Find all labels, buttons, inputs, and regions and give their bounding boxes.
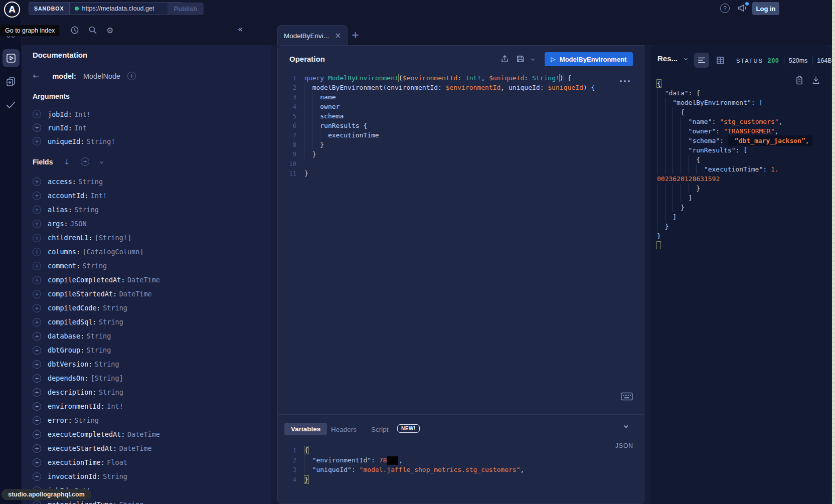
operation-tab[interactable]: ModelByEnvi... × [277, 25, 348, 46]
code-token: 78 [379, 456, 387, 464]
indent-guide [304, 102, 312, 111]
argument-row[interactable]: + jobId: Int! [33, 107, 115, 121]
tab-script[interactable]: Script [371, 426, 389, 433]
argument-row[interactable]: + uniqueId: String! [33, 134, 115, 148]
code-line: { [657, 79, 827, 88]
chevron-down-icon[interactable] [100, 160, 103, 163]
field-row[interactable]: + alias: String [33, 203, 160, 217]
indent-guide [657, 107, 665, 117]
add-field-plus-icon[interactable]: + [33, 472, 41, 481]
publish-button[interactable]: Publish [168, 3, 204, 15]
add-field-plus-icon[interactable]: + [33, 360, 41, 369]
add-field-plus-icon[interactable]: + [33, 206, 41, 214]
collapse-panel-button[interactable]: « [238, 24, 243, 34]
field-row[interactable]: + description: String [33, 385, 160, 399]
field-row[interactable]: + dbtVersion: String [33, 357, 160, 371]
field-row[interactable]: + comment: String [33, 259, 160, 273]
checklist-nav-button[interactable] [6, 100, 16, 110]
tab-headers[interactable]: Headers [331, 426, 357, 433]
collapse-variables-button[interactable] [625, 426, 627, 428]
schema-nav-button[interactable] [6, 76, 17, 87]
field-row[interactable]: + args: JSON [33, 217, 160, 231]
search-button[interactable] [88, 26, 97, 35]
add-field-plus-icon[interactable]: + [33, 402, 41, 411]
add-field-plus-icon[interactable]: + [33, 178, 41, 186]
variables-editor[interactable]: 1{2"environmentId": 78,3"uniqueId": "mod… [281, 445, 617, 484]
tab-variables[interactable]: Variables [284, 423, 327, 435]
add-field-plus-icon[interactable]: + [33, 444, 41, 453]
add-field-plus-icon[interactable]: + [33, 234, 41, 242]
help-button[interactable]: ? [720, 4, 730, 13]
field-row[interactable]: + compiledCode: String [33, 301, 160, 315]
add-argument-plus-icon[interactable]: + [33, 110, 41, 118]
share-button[interactable] [500, 55, 509, 63]
gear-icon: ⚙ [106, 26, 113, 35]
field-row[interactable]: + accountId: Int! [33, 189, 160, 203]
argument-row[interactable]: + runId: Int [33, 121, 115, 134]
back-button[interactable]: ← [33, 71, 39, 81]
add-field-plus-icon[interactable]: + [33, 430, 41, 439]
add-field-plus-icon[interactable]: + [33, 346, 41, 355]
field-row[interactable]: + compileStartedAt: DateTime [33, 287, 160, 301]
response-json-viewer[interactable]: {"data": {"modelByEnvironment": [{"name"… [657, 79, 827, 250]
operations-nav-button[interactable] [3, 49, 20, 67]
add-argument-plus-icon[interactable]: + [33, 137, 41, 145]
editor-overflow-menu[interactable] [620, 80, 630, 82]
field-row[interactable]: + error: String [33, 413, 160, 427]
model-type-link[interactable]: ModelNode [83, 72, 120, 80]
add-field-plus-icon[interactable]: + [33, 500, 41, 504]
page-scrollbar[interactable] [832, 0, 835, 504]
add-field-plus-icon[interactable]: + [127, 72, 136, 80]
apollo-sandbox-app: A SANDBOX https://metadata.cloud.get ⚙ P… [0, 0, 835, 504]
code-line: } [657, 203, 827, 212]
operation-editor[interactable]: 1query ModelByEnvironment($environmentId… [281, 73, 617, 178]
add-field-plus-icon[interactable]: + [33, 388, 41, 397]
add-field-plus-icon[interactable]: + [33, 332, 41, 341]
endpoint-url-field[interactable]: https://metadata.cloud.get [70, 3, 170, 15]
login-button[interactable]: Log in [752, 2, 779, 15]
field-row[interactable]: + database: String [33, 329, 160, 343]
field-row[interactable]: + environmentId: Int! [33, 399, 160, 413]
apollo-logo[interactable]: A [4, 2, 20, 18]
add-field-plus-icon[interactable]: + [33, 262, 41, 270]
add-field-plus-icon[interactable]: + [33, 276, 41, 284]
add-argument-plus-icon[interactable]: + [33, 123, 41, 132]
close-tab-button[interactable]: × [335, 31, 341, 40]
field-row[interactable]: + columns: [CatalogColumn] [33, 245, 160, 259]
field-row[interactable]: + dependsOn: [String] [33, 371, 160, 385]
add-field-plus-icon[interactable]: + [33, 304, 41, 312]
field-row[interactable]: + executeStartedAt: DateTime [33, 441, 160, 455]
field-row[interactable]: + access: String [33, 175, 160, 189]
add-field-plus-icon[interactable]: + [33, 220, 41, 228]
announcements-button[interactable] [737, 3, 748, 14]
add-field-plus-icon[interactable]: + [33, 458, 41, 467]
sort-fields-button[interactable]: ↓ [64, 158, 70, 166]
run-operation-button[interactable]: ▷ ModelByEnvironment [545, 52, 633, 66]
field-row[interactable]: + compiledSql: String [33, 315, 160, 329]
response-table-view-button[interactable] [716, 56, 725, 65]
add-field-plus-icon[interactable]: + [33, 248, 41, 256]
code-token [387, 456, 398, 465]
add-field-plus-icon[interactable]: + [33, 318, 41, 326]
add-field-plus-icon[interactable]: + [33, 290, 41, 298]
field-row[interactable]: + executionTime: Float [33, 455, 160, 469]
new-tab-button[interactable]: + [351, 29, 360, 41]
field-row[interactable]: + invocationId: String [33, 469, 160, 483]
add-all-fields-button[interactable]: + [81, 157, 89, 166]
settings-button[interactable]: ⚙ [106, 26, 113, 35]
field-row[interactable]: + dbtGroup: String [33, 343, 160, 357]
save-button[interactable] [516, 55, 525, 63]
save-options-chevron[interactable] [531, 57, 535, 61]
code-line: 0023620128631592 [657, 174, 827, 184]
indent-guide [657, 203, 665, 212]
response-raw-view-button[interactable] [694, 53, 709, 68]
keyboard-shortcuts-button[interactable] [621, 392, 633, 401]
field-row[interactable]: + compileCompletedAt: DateTime [33, 273, 160, 287]
add-field-plus-icon[interactable]: + [33, 416, 41, 425]
field-row[interactable]: + executeCompletedAt: DateTime [33, 427, 160, 441]
add-field-plus-icon[interactable]: + [33, 374, 41, 383]
history-button[interactable] [70, 26, 79, 35]
response-dropdown-chevron[interactable] [684, 57, 688, 60]
add-field-plus-icon[interactable]: + [33, 192, 41, 200]
field-row[interactable]: + childrenL1: [String!] [33, 231, 160, 245]
